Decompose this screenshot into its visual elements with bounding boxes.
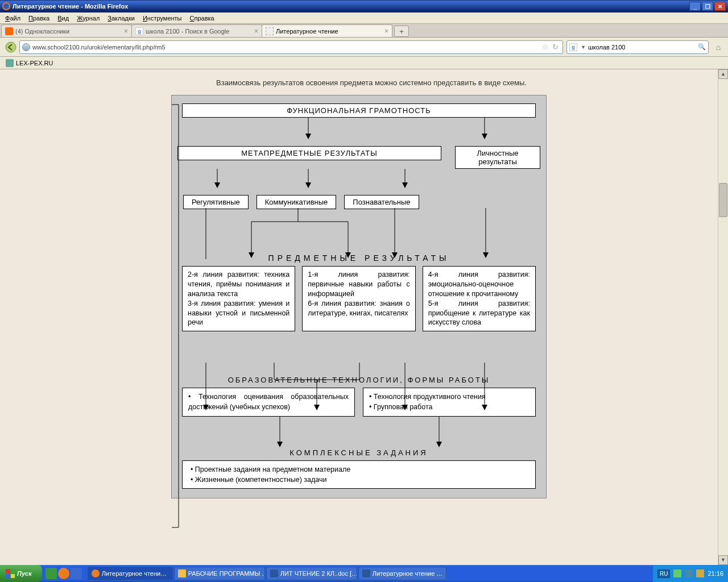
subject-box-2: 1-я линия развития: первичные навыки раб… xyxy=(302,266,415,331)
menu-tools[interactable]: Инструменты xyxy=(139,14,186,23)
window-titlebar: Литературное чтение - Mozilla Firefox _ … xyxy=(0,0,728,13)
globe-icon xyxy=(22,43,30,51)
box-cognitive: Познавательные xyxy=(344,195,419,209)
page-body: Взаимосвязь результатов освоения предмет… xyxy=(0,69,718,565)
vertical-scrollbar[interactable]: ▲ ▼ xyxy=(718,69,728,565)
url-bar[interactable]: www.school2100.ru/uroki/elementary/lit.p… xyxy=(19,40,563,54)
scroll-up-button[interactable]: ▲ xyxy=(718,69,728,79)
bookmark-star-icon[interactable]: ☆ xyxy=(540,43,551,51)
svg-marker-4 xyxy=(482,134,487,139)
menu-view[interactable]: Вид xyxy=(53,14,73,23)
menu-file[interactable]: Файл xyxy=(1,14,24,23)
scroll-thumb[interactable] xyxy=(719,183,727,217)
close-tab-icon[interactable]: × xyxy=(382,27,388,35)
scroll-down-button[interactable]: ▼ xyxy=(718,555,728,565)
minimize-button[interactable]: _ xyxy=(689,2,701,11)
search-query: школав 2100 xyxy=(588,44,698,51)
close-button[interactable]: ✕ xyxy=(714,2,726,11)
quicklaunch-firefox-icon[interactable] xyxy=(58,568,69,579)
diagram: ФУНКЦИОНАЛЬНАЯ ГРАМОТНОСТЬ МЕТАПРЕДМЕТНЫ… xyxy=(171,95,547,498)
word-icon xyxy=(362,569,370,577)
engine-dropdown-icon[interactable]: ▼ xyxy=(578,44,588,50)
box-functional-literacy: ФУНКЦИОНАЛЬНАЯ ГРАМОТНОСТЬ xyxy=(182,103,536,118)
quicklaunch-icon[interactable] xyxy=(46,568,57,579)
folder-icon xyxy=(178,569,186,577)
complex-tasks-box: • Проектные задания на предметном матери… xyxy=(182,460,536,489)
language-indicator[interactable]: RU xyxy=(657,569,670,578)
tray-icon[interactable] xyxy=(673,569,681,577)
task-folder[interactable]: РАБОЧИЕ ПРОГРАММЫ … xyxy=(174,567,265,580)
firefox-icon xyxy=(2,2,10,10)
box-regulatory: Регулятивные xyxy=(183,195,249,209)
svg-marker-6 xyxy=(214,182,220,188)
svg-marker-8 xyxy=(305,182,311,188)
google-engine-icon[interactable]: g xyxy=(569,43,577,51)
subject-box-1: 2-я линия развития: техника чтения, приё… xyxy=(182,266,295,331)
windows-taskbar: Пуск Литературное чтени… РАБОЧИЕ ПРОГРАМ… xyxy=(0,565,728,582)
tray-icon[interactable] xyxy=(685,569,693,577)
nav-toolbar: www.school2100.ru/uroki/elementary/lit.p… xyxy=(0,38,728,57)
quicklaunch-icon[interactable] xyxy=(71,568,82,579)
new-tab-button[interactable]: + xyxy=(394,26,409,37)
svg-marker-34 xyxy=(277,442,283,447)
edu-box-1: • Технология оценивания образовательных … xyxy=(182,388,355,416)
window-title: Литературное чтение - Mozilla Firefox xyxy=(13,3,128,10)
odnoklassniki-icon xyxy=(5,27,13,35)
clock[interactable]: 21:16 xyxy=(708,570,723,577)
search-bar[interactable]: g ▼ школав 2100 🔍 xyxy=(566,40,709,54)
menu-edit[interactable]: Правка xyxy=(24,14,53,23)
task-word2[interactable]: Литературное чтение … xyxy=(358,567,447,580)
system-tray: RU 21:16 xyxy=(652,565,728,582)
windows-logo-icon xyxy=(6,569,15,578)
box-personal-results: Личностные результаты xyxy=(455,146,540,169)
subject-box-3: 4-я линия развития: эмоционально-оценочн… xyxy=(423,266,536,331)
url-text: www.school2100.ru/uroki/elementary/lit.p… xyxy=(32,44,540,51)
edu-tech-title: ОБРАЗОВАТЕЛЬНЫЕ ТЕХНОЛОГИИ, ФОРМЫ РАБОТЫ xyxy=(177,376,540,384)
menu-bar: Файл Правка Вид Журнал Закладки Инструме… xyxy=(0,13,728,24)
box-communicative: Коммуникативные xyxy=(257,195,337,209)
tab-bar: (4) Одноклассники × g школа 2100 - Поиск… xyxy=(0,24,728,38)
quick-launch xyxy=(42,568,85,579)
home-button[interactable]: ⌂ xyxy=(712,41,725,53)
reload-icon[interactable]: ↻ xyxy=(551,43,560,51)
complex-tasks-title: КОМПЛЕКСНЫЕ ЗАДАНИЯ xyxy=(177,448,540,457)
firefox-icon xyxy=(92,569,100,577)
close-tab-icon[interactable]: × xyxy=(122,27,128,35)
svg-point-0 xyxy=(6,42,16,52)
start-button[interactable]: Пуск xyxy=(0,565,42,582)
edu-box-2: • Технология продуктивного чтения • Груп… xyxy=(363,388,536,416)
page-icon xyxy=(266,27,274,35)
task-word1[interactable]: ЛИТ ЧТЕНИЕ 2 КЛ..doc [… xyxy=(266,567,357,580)
tab-odnoklassniki[interactable]: (4) Одноклассники × xyxy=(1,24,132,37)
box-meta-results: МЕТАПРЕДМЕТНЫЕ РЕЗУЛЬТАТЫ xyxy=(177,146,441,160)
tab-active[interactable]: Литературное чтение × xyxy=(262,24,392,37)
bookmark-icon xyxy=(6,59,14,67)
back-arrow-icon xyxy=(5,41,16,53)
subject-results-title: ПРЕДМЕТНЫЕ РЕЗУЛЬТАТЫ xyxy=(177,253,540,263)
svg-marker-36 xyxy=(436,442,442,447)
search-icon[interactable]: 🔍 xyxy=(698,43,706,51)
menu-history[interactable]: Журнал xyxy=(73,14,104,23)
menu-bookmarks[interactable]: Закладки xyxy=(104,14,139,23)
restore-button[interactable]: ❐ xyxy=(702,2,713,11)
task-buttons: Литературное чтени… РАБОЧИЕ ПРОГРАММЫ … … xyxy=(85,567,652,580)
tab-google[interactable]: g школа 2100 - Поиск в Google × xyxy=(131,24,262,37)
bookmark-lexpex[interactable]: LEX-PEX.RU xyxy=(3,58,55,68)
word-icon xyxy=(270,569,278,577)
google-icon: g xyxy=(135,27,143,35)
content-area: Взаимосвязь результатов освоения предмет… xyxy=(0,69,728,565)
menu-help[interactable]: Справка xyxy=(186,14,218,23)
task-firefox[interactable]: Литературное чтени… xyxy=(88,567,173,580)
back-button[interactable] xyxy=(3,40,18,55)
tray-icon[interactable] xyxy=(696,569,704,577)
intro-text: Взаимосвязь результатов освоения предмет… xyxy=(0,78,718,87)
svg-marker-2 xyxy=(305,134,311,139)
svg-marker-10 xyxy=(402,182,408,188)
close-tab-icon[interactable]: × xyxy=(252,27,258,35)
bookmarks-toolbar: LEX-PEX.RU xyxy=(0,57,728,69)
